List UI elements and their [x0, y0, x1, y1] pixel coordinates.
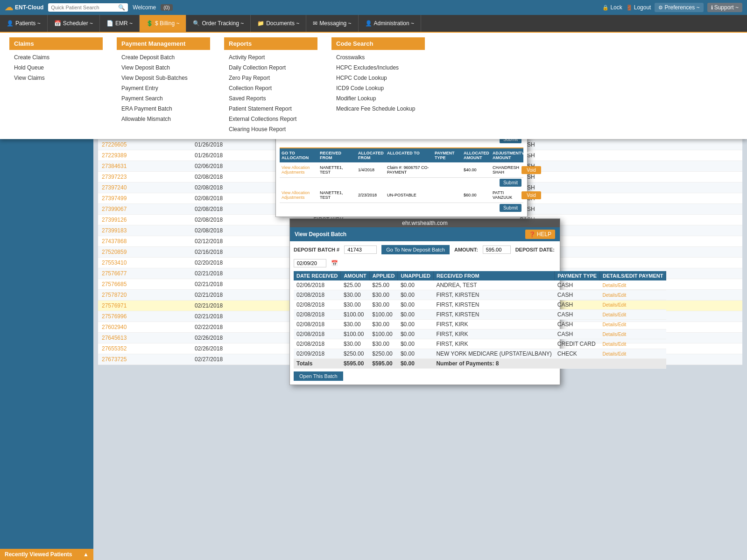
- dep-col-amount[interactable]: AMOUNT: [341, 271, 369, 280]
- crosswalks-item[interactable]: Crosswalks: [331, 52, 425, 63]
- nav-billing[interactable]: 💲 $ Billing ~: [140, 15, 186, 32]
- dep-detail[interactable]: Details/Edit: [600, 329, 666, 339]
- dep-detail[interactable]: Details/Edit: [600, 339, 666, 349]
- nav-documents[interactable]: 📁 Documents ~: [251, 15, 306, 32]
- dep-detail[interactable]: Details/Edit: [600, 349, 666, 359]
- deposit-date-input[interactable]: [294, 259, 326, 267]
- icd9-code-lookup-item[interactable]: ICD9 Code Lookup: [331, 83, 425, 93]
- deposit-help-button[interactable]: ❓ HELP: [525, 230, 555, 239]
- dep-col-type[interactable]: PAYMENT TYPE: [555, 271, 600, 280]
- upload-eob-cell[interactable]: [723, 311, 742, 322]
- modifier-lookup-item[interactable]: Modifier Lookup: [331, 93, 425, 104]
- upload-eob-cell[interactable]: [723, 333, 742, 343]
- upload-eob-cell[interactable]: [723, 343, 742, 354]
- void-button-alloc-1[interactable]: Void: [521, 166, 541, 174]
- dep-col-applied[interactable]: APPLIED: [369, 271, 398, 280]
- payment-id-cell[interactable]: 27553410: [98, 258, 191, 268]
- view-alloc-link-2[interactable]: View Allocation Adjustments: [280, 189, 317, 201]
- payment-search-item[interactable]: Payment Search: [117, 93, 210, 104]
- lock-button[interactable]: 🔒 Lock: [602, 4, 622, 11]
- hcpc-code-lookup-item[interactable]: HCPC Code Lookup: [331, 73, 425, 83]
- view-deposit-sub-batches-item[interactable]: View Deposit Sub-Batches: [117, 73, 210, 83]
- dep-detail[interactable]: Details/Edit: [600, 310, 666, 320]
- payment-id-cell[interactable]: 27673725: [98, 354, 191, 365]
- payment-id-cell[interactable]: 27576971: [98, 301, 191, 311]
- hcpc-excludes-item[interactable]: HCPC Excludes/Includes: [331, 63, 425, 73]
- external-collections-report-item[interactable]: External Collections Report: [224, 114, 317, 124]
- goto-new-deposit-button[interactable]: Go To New Deposit Batch: [381, 245, 450, 254]
- dep-col-date[interactable]: DATE RECEIVED: [294, 271, 341, 280]
- calendar-icon-deposit[interactable]: 📅: [331, 260, 338, 266]
- submit-alloc-2[interactable]: Submit: [500, 204, 521, 212]
- zero-pay-report-item[interactable]: Zero Pay Report: [224, 73, 317, 83]
- nav-messaging[interactable]: ✉ Messaging ~: [306, 15, 358, 32]
- saved-reports-item[interactable]: Saved Reports: [224, 93, 317, 104]
- view-claims-item[interactable]: View Claims: [9, 73, 103, 83]
- medicare-fee-schedule-item[interactable]: Medicare Fee Schedule Lookup: [331, 104, 425, 114]
- patient-statement-report-item[interactable]: Patient Statement Report: [224, 104, 317, 114]
- search-box[interactable]: 🔍: [48, 3, 128, 12]
- deposit-batch-input[interactable]: [344, 245, 377, 254]
- void-button-alloc-2[interactable]: Void: [521, 191, 541, 199]
- upload-eob-cell[interactable]: [723, 204, 742, 215]
- support-button[interactable]: ℹ Support ~: [707, 3, 742, 12]
- dep-col-detail[interactable]: DETAILS/EDIT PAYMENT: [600, 271, 666, 280]
- upload-eob-cell[interactable]: [723, 322, 742, 333]
- payment-id-cell[interactable]: 27397240: [98, 182, 191, 193]
- upload-eob-cell[interactable]: [723, 225, 742, 236]
- nav-order-tracking[interactable]: 🔍 Order Tracking ~: [186, 15, 251, 32]
- payment-id-cell[interactable]: 27520859: [98, 247, 191, 258]
- nav-patients[interactable]: 👤 Patients ~: [0, 15, 48, 32]
- payment-id-cell[interactable]: 27578720: [98, 290, 191, 301]
- upload-eob-cell[interactable]: [723, 279, 742, 290]
- clearing-house-report-item[interactable]: Clearing House Report: [224, 124, 317, 134]
- logout-button[interactable]: 🚪 Logout: [626, 4, 651, 11]
- daily-collection-report-item[interactable]: Daily Collection Report: [224, 63, 317, 73]
- submit-alloc-1[interactable]: Submit: [500, 179, 521, 187]
- payment-id-cell[interactable]: 27576677: [98, 268, 191, 279]
- dep-detail[interactable]: Details/Edit: [600, 290, 666, 300]
- dep-col-from[interactable]: RECEIVED FROM: [433, 271, 554, 280]
- amount-input[interactable]: [483, 245, 511, 254]
- payment-entry-item[interactable]: Payment Entry: [117, 83, 210, 93]
- search-icon[interactable]: 🔍: [118, 4, 125, 11]
- dep-detail[interactable]: Details/Edit: [600, 300, 666, 310]
- payment-id-cell[interactable]: 27437868: [98, 236, 191, 247]
- payment-id-cell[interactable]: 27397223: [98, 172, 191, 182]
- payment-id-cell[interactable]: 27229389: [98, 150, 191, 161]
- upload-eob-cell[interactable]: [723, 215, 742, 225]
- payment-id-cell[interactable]: 27226605: [98, 140, 191, 150]
- upload-eob-cell[interactable]: [723, 161, 742, 172]
- nav-emr[interactable]: 📄 EMR ~: [100, 15, 140, 32]
- upload-eob-cell[interactable]: [723, 290, 742, 301]
- upload-eob-cell[interactable]: [723, 193, 742, 204]
- create-deposit-batch-item[interactable]: Create Deposit Batch: [117, 52, 210, 63]
- recently-viewed[interactable]: Recently Viewed Patients ▲: [0, 549, 93, 560]
- activity-report-item[interactable]: Activity Report: [224, 52, 317, 63]
- payment-id-cell[interactable]: 27576996: [98, 311, 191, 322]
- dep-detail[interactable]: Details/Edit: [600, 320, 666, 329]
- nav-administration[interactable]: 👤 Administration ~: [359, 15, 421, 32]
- nav-scheduler[interactable]: 📅 Scheduler ~: [48, 15, 100, 32]
- dep-detail[interactable]: Details/Edit: [600, 280, 666, 290]
- payment-id-cell[interactable]: 27399183: [98, 225, 191, 236]
- upload-eob-cell[interactable]: [723, 150, 742, 161]
- payment-id-cell[interactable]: 27399126: [98, 215, 191, 225]
- view-alloc-link-1[interactable]: View Allocation Adjustments: [280, 164, 317, 175]
- upload-eob-cell[interactable]: [723, 354, 742, 365]
- view-deposit-batch-item[interactable]: View Deposit Batch: [117, 63, 210, 73]
- payment-id-cell[interactable]: 27602940: [98, 322, 191, 333]
- dep-col-unapplied[interactable]: UNAPPLIED: [398, 271, 434, 280]
- upload-eob-cell[interactable]: [723, 140, 742, 150]
- payment-id-cell[interactable]: 27645613: [98, 333, 191, 343]
- payment-id-cell[interactable]: 27399067: [98, 204, 191, 215]
- collection-report-item[interactable]: Collection Report: [224, 83, 317, 93]
- upload-eob-cell[interactable]: [723, 301, 742, 311]
- upload-eob-cell[interactable]: [723, 172, 742, 182]
- preferences-button[interactable]: ⚙ Preferences ~: [655, 3, 703, 12]
- upload-eob-cell[interactable]: [723, 247, 742, 258]
- upload-eob-cell[interactable]: [723, 236, 742, 247]
- search-input[interactable]: [51, 5, 116, 10]
- payment-id-cell[interactable]: 27655352: [98, 343, 191, 354]
- payment-id-cell[interactable]: 27576685: [98, 279, 191, 290]
